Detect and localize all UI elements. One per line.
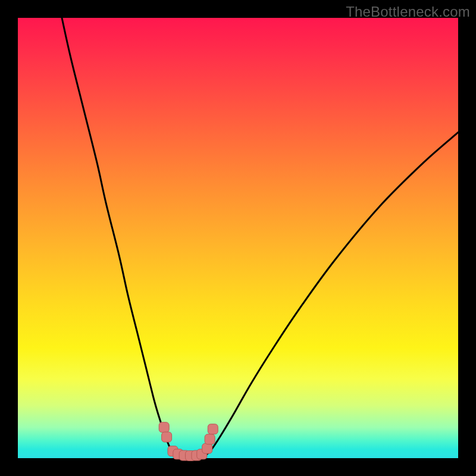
bottleneck-curve bbox=[62, 18, 458, 458]
data-marker bbox=[205, 434, 215, 444]
plot-area bbox=[18, 18, 458, 458]
data-marker bbox=[202, 443, 212, 453]
data-marker bbox=[162, 432, 172, 442]
data-marker bbox=[208, 424, 218, 434]
chart-frame: TheBottleneck.com bbox=[0, 0, 476, 476]
chart-svg bbox=[18, 18, 458, 458]
curve-markers bbox=[159, 422, 218, 461]
curve-lines bbox=[62, 18, 458, 458]
data-marker bbox=[159, 422, 169, 433]
